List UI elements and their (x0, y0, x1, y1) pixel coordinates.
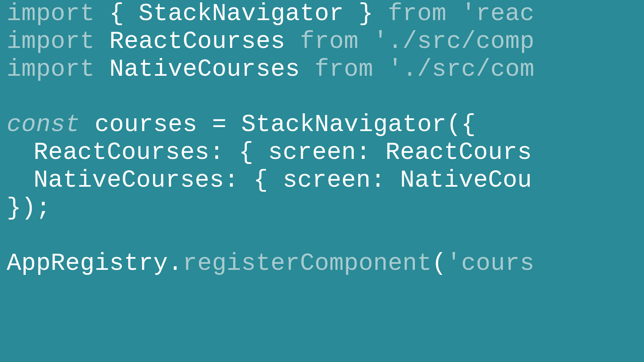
code-line-2: import ReactCourses from './src/comp (7, 28, 644, 56)
code-line-9 (7, 222, 644, 250)
string-literal: './src/comp (373, 28, 535, 55)
code-text: }); (7, 194, 51, 222)
code-text: AppRegistry. (7, 250, 182, 277)
string-literal: './src/com (388, 56, 534, 83)
code-line-4 (7, 83, 644, 111)
code-editor[interactable]: import { StackNavigator } from 'reac imp… (7, 0, 644, 278)
string-literal: 'reac (461, 0, 535, 27)
keyword-import: import (7, 56, 95, 83)
code-line-8: }); (7, 194, 644, 222)
code-text: courses = StackNavigator({ (80, 111, 476, 138)
keyword-import: import (7, 0, 95, 27)
code-text: NativeCourses: { screen: NativeCou (34, 167, 532, 194)
keyword-from: from (388, 0, 461, 27)
keyword-const: const (7, 111, 80, 138)
code-line-1: import { StackNavigator } from 'reac (7, 0, 644, 28)
string-literal: 'cours (446, 250, 534, 277)
code-text: ReactCourses: { screen: ReactCours (34, 139, 532, 166)
code-text: NativeCourses (95, 56, 315, 83)
code-line-6: ReactCourses: { screen: ReactCours (7, 139, 644, 167)
code-line-5: const courses = StackNavigator({ (7, 111, 644, 139)
code-line-10: AppRegistry.registerComponent('cours (7, 250, 644, 278)
code-text: ReactCourses (95, 28, 300, 55)
code-text: { StackNavigator } (95, 0, 388, 27)
keyword-from: from (315, 56, 388, 83)
code-text: ( (432, 250, 447, 277)
keyword-import: import (7, 28, 95, 55)
code-line-7: NativeCourses: { screen: NativeCou (7, 167, 644, 194)
code-line-3: import NativeCourses from './src/com (7, 56, 644, 83)
keyword-from: from (300, 28, 373, 55)
method-call: registerComponent (182, 250, 432, 277)
